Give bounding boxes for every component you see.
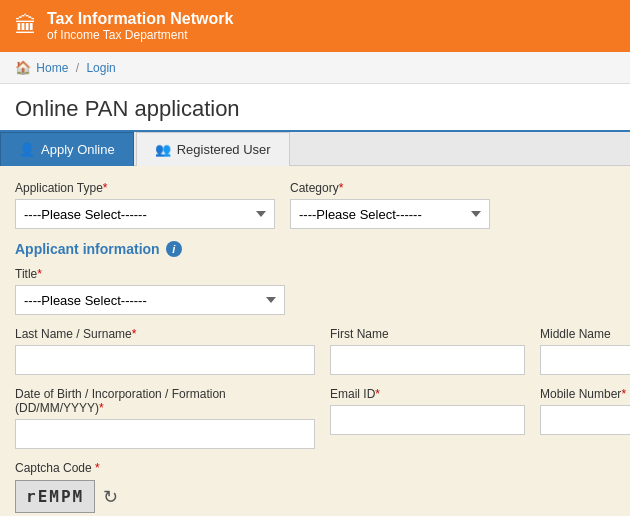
captcha-section: Captcha Code * rEMPM ↻: [15, 461, 615, 516]
mobile-input[interactable]: [540, 405, 630, 435]
registered-user-icon: 👥: [155, 142, 171, 157]
captcha-label: Captcha Code *: [15, 461, 615, 475]
category-group: Category* ----Please Select------: [290, 181, 490, 229]
header-title-line1: Tax Information Network: [47, 10, 233, 28]
section-title: Applicant information: [15, 241, 160, 257]
application-category-row: Application Type* ----Please Select-----…: [15, 181, 615, 229]
tab-registered-user[interactable]: 👥 Registered User: [136, 132, 290, 166]
header-icon: 🏛: [15, 13, 37, 39]
first-name-group: First Name: [330, 327, 525, 375]
first-name-input[interactable]: [330, 345, 525, 375]
main-content: Application Type* ----Please Select-----…: [0, 166, 630, 516]
application-type-label: Application Type*: [15, 181, 275, 195]
home-icon: 🏠: [15, 60, 31, 75]
tab-registered-user-label: Registered User: [177, 142, 271, 157]
email-input[interactable]: [330, 405, 525, 435]
captcha-image: rEMPM: [15, 480, 95, 513]
tabs-container: 👤 Apply Online 👥 Registered User: [0, 132, 630, 166]
category-select[interactable]: ----Please Select------: [290, 199, 490, 229]
info-icon[interactable]: i: [166, 241, 182, 257]
breadcrumb: 🏠 Home / Login: [0, 52, 630, 84]
last-name-input[interactable]: [15, 345, 315, 375]
title-select[interactable]: ----Please Select------: [15, 285, 285, 315]
header-text: Tax Information Network of Income Tax De…: [47, 10, 233, 42]
breadcrumb-home[interactable]: Home: [36, 61, 68, 75]
breadcrumb-separator: /: [76, 61, 79, 75]
page-title: Online PAN application: [0, 84, 630, 132]
last-name-group: Last Name / Surname*: [15, 327, 315, 375]
category-label: Category*: [290, 181, 490, 195]
middle-name-group: Middle Name: [540, 327, 630, 375]
application-type-select[interactable]: ----Please Select------: [15, 199, 275, 229]
tab-apply-online[interactable]: 👤 Apply Online: [0, 132, 134, 166]
tab-apply-online-label: Apply Online: [41, 142, 115, 157]
dob-group: Date of Birth / Incorporation / Formatio…: [15, 387, 315, 449]
dob-label: Date of Birth / Incorporation / Formatio…: [15, 387, 315, 415]
title-label: Title*: [15, 267, 615, 281]
middle-name-input[interactable]: [540, 345, 630, 375]
name-fields-row: Last Name / Surname* First Name Middle N…: [15, 327, 615, 375]
last-name-label: Last Name / Surname*: [15, 327, 315, 341]
mobile-label: Mobile Number*: [540, 387, 630, 401]
email-group: Email ID*: [330, 387, 525, 449]
apply-online-icon: 👤: [19, 142, 35, 157]
header: 🏛 Tax Information Network of Income Tax …: [0, 0, 630, 52]
captcha-row: rEMPM ↻: [15, 480, 615, 513]
dob-email-row: Date of Birth / Incorporation / Formatio…: [15, 387, 615, 449]
middle-name-label: Middle Name: [540, 327, 630, 341]
dob-input[interactable]: [15, 419, 315, 449]
mobile-group: Mobile Number*: [540, 387, 630, 449]
applicant-info-header: Applicant information i: [15, 241, 615, 257]
breadcrumb-login[interactable]: Login: [86, 61, 115, 75]
title-group: Title* ----Please Select------: [15, 267, 615, 315]
email-label: Email ID*: [330, 387, 525, 401]
refresh-icon[interactable]: ↻: [103, 486, 118, 508]
first-name-label: First Name: [330, 327, 525, 341]
application-type-group: Application Type* ----Please Select-----…: [15, 181, 275, 229]
header-title-line2: of Income Tax Department: [47, 28, 233, 42]
